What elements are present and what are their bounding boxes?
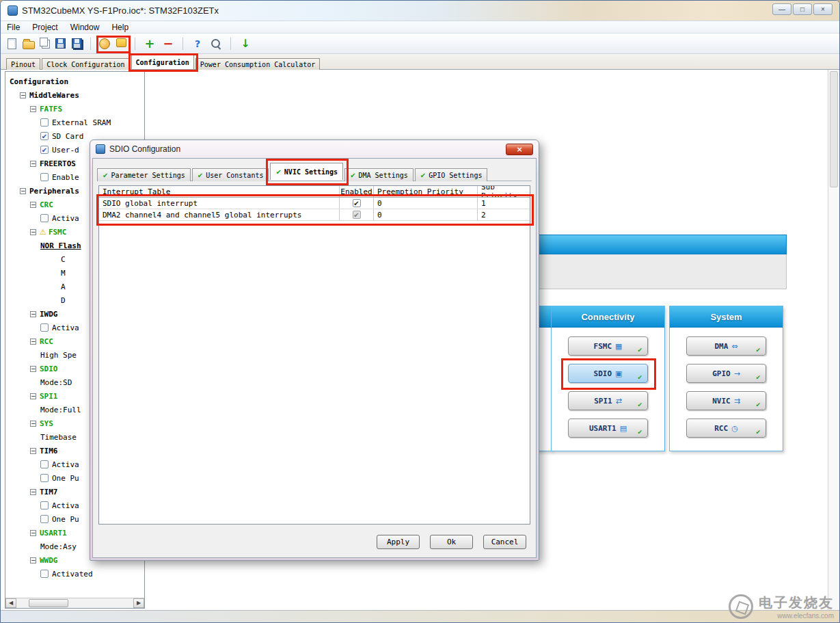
dialog-titlebar[interactable]: SDIO Configuration	[90, 140, 539, 158]
search-icon[interactable]	[210, 38, 222, 50]
tree-item-configuration[interactable]: Configuration	[7, 75, 143, 88]
rcc-button[interactable]: RCC◷✔	[686, 419, 766, 438]
menu-project[interactable]: Project	[26, 22, 64, 33]
maximize-button[interactable]: □	[793, 3, 812, 15]
enabled-checkbox[interactable]: ✔	[353, 199, 361, 207]
check-icon: ✔	[103, 172, 108, 179]
generate-code-icon[interactable]: ↓	[239, 38, 252, 50]
expander-icon[interactable]: −	[30, 339, 36, 345]
tree-checkbox[interactable]	[40, 214, 49, 222]
tree-label: Activa	[52, 323, 79, 332]
sub-priority-cell[interactable]: 2	[478, 209, 530, 220]
tree-checkbox[interactable]	[40, 323, 49, 332]
toolbar-separator	[182, 38, 183, 50]
interrupt-row[interactable]: SDIO global interrupt✔01	[99, 198, 530, 209]
sub-priority-cell[interactable]: 1	[478, 198, 530, 209]
ok-button[interactable]: Ok	[430, 535, 473, 549]
nvic-button[interactable]: NVIC⇉✔	[686, 391, 766, 410]
scroll-track[interactable]	[16, 598, 133, 608]
dialog-tab-parameter-settings[interactable]: ✔Parameter Settings	[97, 168, 191, 181]
expander-icon[interactable]: −	[20, 188, 26, 194]
dma-icon: ⇔	[731, 342, 737, 351]
close-button[interactable]: ×	[813, 3, 832, 15]
tree-item-fatfs[interactable]: −FATFS	[7, 102, 143, 116]
tree-checkbox[interactable]: ✔	[40, 146, 49, 154]
expander-icon[interactable]: −	[30, 393, 36, 399]
interrupt-row[interactable]: DMA2 channel4 and channel5 global interr…	[99, 209, 530, 221]
expander-icon[interactable]: −	[30, 106, 36, 112]
expander-icon[interactable]: −	[30, 366, 36, 372]
menu-help[interactable]: Help	[105, 22, 135, 33]
expander-icon[interactable]: −	[30, 421, 36, 427]
dialog-close-button[interactable]	[506, 144, 533, 155]
sdio-button[interactable]: SDIO▣✔	[568, 364, 648, 383]
window-title: STM32CubeMX YS-F1Pro.ioc*: STM32F103ZETx	[22, 5, 219, 16]
preemption-priority-cell[interactable]: 0	[374, 198, 478, 209]
fsmc-button[interactable]: FSMC▦✔	[568, 336, 648, 356]
tree-checkbox[interactable]	[40, 118, 49, 127]
tree-checkbox[interactable]	[40, 474, 49, 482]
tab-configuration[interactable]: Configuration	[131, 55, 194, 69]
nvic-icon: ⇉	[734, 397, 740, 406]
expander-icon[interactable]: −	[20, 92, 26, 98]
tree-checkbox[interactable]	[40, 173, 49, 181]
tree-item-middlewares[interactable]: −MiddleWares	[7, 88, 143, 102]
tree-label: Activated	[52, 570, 93, 579]
scroll-thumb[interactable]	[29, 599, 68, 607]
dialog-tab-dma-settings[interactable]: ✔DMA Settings	[344, 168, 414, 181]
expander-icon[interactable]: −	[30, 557, 36, 564]
interrupt-rows: SDIO global interrupt✔01DMA2 channel4 an…	[99, 198, 530, 221]
expander-icon[interactable]: −	[30, 489, 36, 495]
tree-checkbox[interactable]	[40, 515, 49, 523]
dialog-tab-gpio-settings[interactable]: ✔GPIO Settings	[415, 168, 488, 181]
tree-checkbox[interactable]: ✔	[40, 132, 49, 140]
remove-icon[interactable]: −	[162, 38, 174, 50]
dialog-tab-nvic-settings[interactable]: ✔NVIC Settings	[270, 163, 343, 180]
add-icon[interactable]: +	[144, 38, 156, 50]
scroll-left-arrow-icon[interactable]	[5, 598, 16, 608]
usart1-button[interactable]: USART1▤✔	[568, 419, 648, 438]
expander-icon[interactable]: −	[30, 530, 36, 536]
expander-icon[interactable]: −	[30, 311, 36, 317]
minimize-button[interactable]: —	[772, 3, 791, 15]
plugins-icon[interactable]	[99, 38, 110, 49]
components-icon[interactable]	[116, 38, 126, 47]
check-icon: ✔	[755, 374, 761, 381]
tree-label: MiddleWares	[29, 91, 79, 100]
tree-checkbox[interactable]	[40, 501, 49, 509]
tab-pinout[interactable]: Pinout	[6, 58, 40, 70]
titlebar[interactable]: STM32CubeMX YS-F1Pro.ioc*: STM32F103ZETx…	[1, 1, 839, 21]
dma-button[interactable]: DMA⇔✔	[686, 336, 766, 356]
help-icon[interactable]: ?	[191, 38, 204, 50]
open-file-icon[interactable]	[23, 41, 35, 49]
copy-icon[interactable]	[40, 38, 48, 47]
tree-checkbox[interactable]	[40, 460, 49, 468]
dialog-tab-user-constants[interactable]: ✔User Constants	[192, 168, 269, 181]
apply-button[interactable]: Apply	[377, 535, 420, 549]
dialog-tabs: ✔Parameter Settings✔User Constants✔NVIC …	[97, 162, 532, 181]
expander-icon[interactable]: −	[30, 161, 36, 167]
new-file-icon[interactable]	[8, 38, 16, 49]
expander-icon[interactable]: −	[30, 448, 36, 454]
tab-power-consumption-calculator[interactable]: Power Consumption Calculator	[195, 58, 321, 70]
spi1-button[interactable]: SPI1⇄✔	[568, 391, 648, 410]
tree-horizontal-scrollbar[interactable]	[5, 598, 144, 608]
menu-file[interactable]: File	[1, 22, 26, 33]
expander-icon[interactable]: −	[30, 229, 36, 235]
save-icon[interactable]	[55, 38, 66, 49]
app-icon	[8, 5, 18, 16]
save-all-icon[interactable]	[72, 38, 82, 49]
gpio-button[interactable]: GPIO→✔	[686, 364, 766, 383]
menu-window[interactable]: Window	[64, 22, 106, 33]
tree-item-external-sram[interactable]: External SRAM	[7, 116, 143, 129]
tree-item-activated[interactable]: Activated	[7, 567, 143, 581]
dialog-body: ✔Parameter Settings✔User Constants✔NVIC …	[92, 158, 537, 558]
preemption-priority-cell[interactable]: 0	[374, 209, 478, 220]
vertical-scroll-thumb[interactable]	[830, 71, 838, 187]
vertical-scrollbar[interactable]	[828, 70, 839, 610]
scroll-right-arrow-icon[interactable]	[133, 598, 144, 608]
tab-clock-configuration[interactable]: Clock Configuration	[42, 58, 129, 70]
tree-checkbox[interactable]	[40, 570, 49, 578]
expander-icon[interactable]: −	[30, 202, 36, 208]
cancel-button[interactable]: Cancel	[483, 535, 526, 549]
